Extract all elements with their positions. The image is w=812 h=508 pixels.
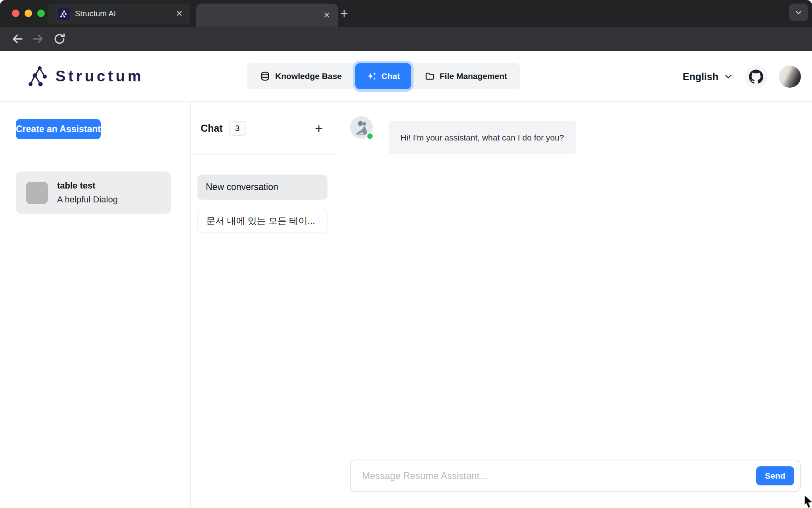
- brand-logo[interactable]: Structum: [27, 64, 144, 88]
- browser-tab-structum[interactable]: Structum AI ×: [48, 4, 190, 24]
- github-button[interactable]: [745, 65, 768, 88]
- assistant-name: table test: [57, 181, 118, 191]
- online-status-dot: [366, 132, 374, 140]
- structum-logo-icon: [27, 64, 51, 88]
- header-right: English: [683, 65, 801, 88]
- message-input[interactable]: [362, 470, 756, 481]
- conversations-count-badge: 3: [229, 121, 246, 136]
- language-label: English: [683, 71, 718, 83]
- conversation-item[interactable]: 문서 내에 있는 모든 테이...: [197, 209, 327, 233]
- tab-close-icon[interactable]: ×: [324, 10, 330, 21]
- assistants-sidebar: Create an Assistant table test A helpful…: [0, 102, 191, 508]
- chevron-down-icon: [723, 71, 733, 82]
- structum-favicon-icon: [58, 8, 70, 20]
- tab-label: Chat: [381, 71, 400, 81]
- main-nav: Knowledge Base Chat File Management: [247, 63, 520, 89]
- user-avatar[interactable]: [779, 65, 801, 88]
- folder-icon: [425, 71, 435, 81]
- assistant-avatar-placeholder: [26, 182, 48, 204]
- app-header: Structum Knowledge Base Chat File Manage…: [0, 51, 812, 102]
- message-input-bar: Send: [350, 460, 801, 492]
- tab-close-icon[interactable]: ×: [176, 8, 182, 19]
- conversations-header: Chat 3 +: [191, 102, 335, 155]
- browser-toolbar: https://structum.ai/: [0, 27, 812, 51]
- assistant-message-bubble: Hi! I'm your assistant, what can I do fo…: [389, 121, 576, 154]
- assistant-list-item[interactable]: table test A helpful Dialog: [16, 171, 171, 214]
- forward-button[interactable]: [31, 32, 45, 46]
- tab-search-button[interactable]: [789, 4, 808, 21]
- conversation-item[interactable]: New conversation: [197, 175, 327, 200]
- conversation-list: New conversation 문서 내에 있는 모든 테이...: [191, 155, 335, 233]
- new-tab-button[interactable]: +: [340, 6, 348, 20]
- sidebar-divider: [16, 154, 171, 154]
- chevron-down-icon: [794, 8, 803, 17]
- add-conversation-button[interactable]: +: [315, 121, 323, 135]
- refresh-button[interactable]: [52, 32, 67, 46]
- tab-file-management[interactable]: File Management: [415, 63, 517, 89]
- database-icon: [260, 71, 270, 82]
- github-icon: [749, 69, 763, 84]
- minimize-window-button[interactable]: [25, 10, 32, 17]
- browser-tab-active[interactable]: ×: [196, 4, 338, 27]
- browser-tab-strip: Structum AI × × +: [0, 0, 812, 27]
- browser-window: Structum AI × × +: [0, 0, 812, 508]
- tab-label: Knowledge Base: [275, 71, 342, 81]
- close-window-button[interactable]: [12, 10, 19, 17]
- tab-chat[interactable]: Chat: [355, 63, 411, 89]
- zoom-window-button[interactable]: [37, 10, 45, 17]
- conversations-title: Chat: [201, 123, 223, 134]
- mouse-cursor: [803, 495, 812, 508]
- tab-title: Structum AI: [75, 9, 176, 18]
- back-button[interactable]: [10, 32, 25, 46]
- chat-panel: Hi! I'm your assistant, what can I do fo…: [335, 102, 812, 508]
- send-button[interactable]: Send: [756, 466, 794, 485]
- sparkles-icon: [366, 71, 377, 81]
- assistant-description: A helpful Dialog: [57, 194, 118, 205]
- language-selector[interactable]: English: [683, 71, 733, 83]
- tab-knowledge-base[interactable]: Knowledge Base: [250, 63, 351, 89]
- conversations-panel: Chat 3 + New conversation 문서 내에 있는 모든 테이…: [191, 102, 335, 508]
- window-controls: [12, 10, 45, 17]
- tab-label: File Management: [440, 71, 507, 81]
- assistant-chat-avatar: [350, 116, 373, 139]
- brand-name: Structum: [56, 68, 144, 85]
- create-assistant-button[interactable]: Create an Assistant: [16, 119, 101, 139]
- assistant-message-row: Hi! I'm your assistant, what can I do fo…: [350, 116, 576, 154]
